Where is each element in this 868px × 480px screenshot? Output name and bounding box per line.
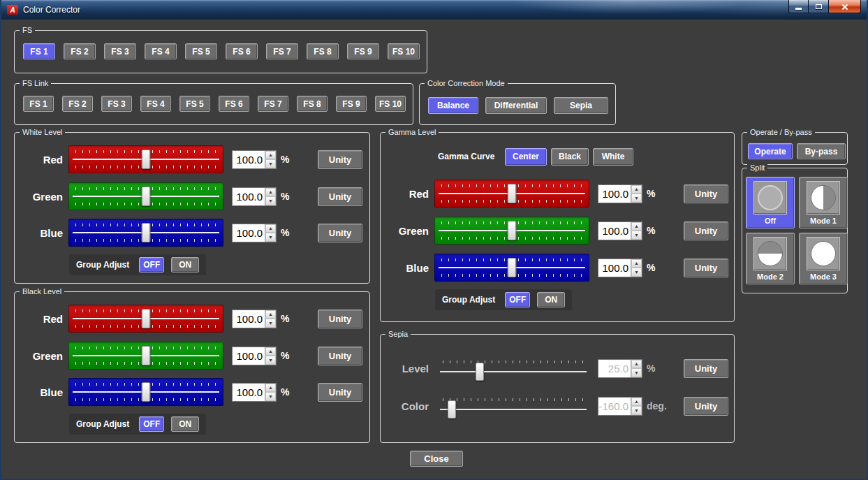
- slider-handle[interactable]: [142, 187, 151, 206]
- black-red-unity-button[interactable]: Unity: [318, 310, 362, 328]
- white-group-adjust-off-button[interactable]: OFF: [139, 257, 164, 272]
- gamma-green-spinner[interactable]: 100.0 ▲ ▼: [598, 221, 642, 240]
- close-window-button[interactable]: [829, 0, 861, 13]
- fs-link-4-button[interactable]: FS 4: [140, 96, 171, 112]
- gamma-curve-black-button[interactable]: Black: [551, 148, 589, 166]
- spin-down-button[interactable]: ▼: [265, 356, 276, 365]
- differential-mode-button[interactable]: Differential: [485, 97, 547, 114]
- spin-down-button[interactable]: ▼: [631, 268, 642, 277]
- spin-down-button[interactable]: ▼: [265, 319, 276, 328]
- spin-up-button[interactable]: ▲: [265, 347, 276, 356]
- spin-down-button[interactable]: ▼: [265, 233, 276, 242]
- black-blue-slider[interactable]: [68, 378, 223, 406]
- split-mode3-button[interactable]: Mode 3: [799, 233, 848, 284]
- slider-handle[interactable]: [508, 221, 517, 240]
- fs-7-button[interactable]: FS 7: [266, 43, 298, 59]
- sepia-color-slider[interactable]: [440, 393, 587, 419]
- gamma-green-slider[interactable]: [434, 217, 589, 245]
- fs-link-2-button[interactable]: FS 2: [62, 96, 93, 112]
- white-red-slider[interactable]: [68, 145, 223, 173]
- slider-handle[interactable]: [508, 258, 517, 277]
- black-green-unity-button[interactable]: Unity: [318, 347, 362, 365]
- black-red-spinner[interactable]: 100.0 ▲ ▼: [232, 310, 277, 328]
- sepia-mode-button[interactable]: Sepia: [554, 97, 608, 114]
- gamma-red-unity-button[interactable]: Unity: [684, 184, 728, 203]
- white-red-unity-button[interactable]: Unity: [318, 150, 362, 169]
- gamma-group-adjust-on-button[interactable]: ON: [537, 292, 565, 307]
- maximize-button[interactable]: [809, 0, 829, 13]
- white-blue-slider[interactable]: [68, 219, 223, 247]
- white-red-spinner[interactable]: 100.0 ▲ ▼: [232, 150, 277, 169]
- gamma-blue-unity-button[interactable]: Unity: [684, 259, 728, 277]
- slider-handle[interactable]: [142, 223, 151, 242]
- spin-down-button[interactable]: ▼: [265, 159, 276, 168]
- fs-6-button[interactable]: FS 6: [226, 43, 258, 59]
- slider-handle[interactable]: [476, 363, 484, 381]
- gamma-group-adjust-off-button[interactable]: OFF: [505, 292, 530, 307]
- fs-link-9-button[interactable]: FS 9: [336, 96, 367, 112]
- gamma-red-slider[interactable]: [434, 180, 589, 208]
- gamma-red-spinner[interactable]: 100.0 ▲ ▼: [598, 184, 642, 203]
- close-button[interactable]: Close: [410, 451, 463, 467]
- spin-up-button[interactable]: ▲: [631, 259, 642, 268]
- sepia-color-unity-button[interactable]: Unity: [684, 397, 728, 416]
- split-mode2-button[interactable]: Mode 2: [746, 233, 795, 284]
- split-mode1-button[interactable]: Mode 1: [799, 177, 848, 228]
- fs-link-3-button[interactable]: FS 3: [101, 96, 132, 112]
- spin-up-button[interactable]: ▲: [265, 188, 276, 197]
- white-green-slider[interactable]: [68, 182, 223, 210]
- white-blue-unity-button[interactable]: Unity: [318, 224, 362, 242]
- white-blue-spinner[interactable]: 100.0 ▲ ▼: [232, 224, 277, 242]
- fs-2-button[interactable]: FS 2: [64, 43, 96, 59]
- black-group-adjust-on-button[interactable]: ON: [171, 416, 199, 432]
- slider-handle[interactable]: [142, 150, 151, 169]
- white-green-unity-button[interactable]: Unity: [318, 187, 362, 206]
- fs-link-5-button[interactable]: FS 5: [179, 96, 210, 112]
- split-off-button[interactable]: Off: [746, 177, 795, 228]
- spin-up-button[interactable]: ▲: [265, 310, 276, 319]
- spin-down-button[interactable]: ▼: [631, 231, 642, 240]
- fs-3-button[interactable]: FS 3: [104, 43, 136, 59]
- slider-handle[interactable]: [142, 382, 151, 402]
- gamma-curve-white-button[interactable]: White: [593, 148, 633, 166]
- fs-4-button[interactable]: FS 4: [145, 43, 177, 59]
- black-blue-spinner[interactable]: 100.0 ▲ ▼: [232, 383, 277, 402]
- spin-up-button[interactable]: ▲: [631, 185, 642, 194]
- slider-handle[interactable]: [448, 400, 456, 419]
- sepia-level-slider[interactable]: [440, 356, 587, 381]
- black-green-slider[interactable]: [68, 342, 223, 370]
- balance-mode-button[interactable]: Balance: [428, 97, 478, 114]
- spin-down-button[interactable]: ▼: [265, 392, 276, 401]
- fs-9-button[interactable]: FS 9: [347, 43, 379, 59]
- slider-handle[interactable]: [142, 309, 151, 328]
- slider-handle[interactable]: [508, 184, 517, 203]
- fs-link-10-button[interactable]: FS 10: [375, 96, 406, 112]
- fs-5-button[interactable]: FS 5: [185, 43, 217, 59]
- spin-up-button[interactable]: ▲: [265, 384, 276, 393]
- black-group-adjust-off-button[interactable]: OFF: [139, 416, 164, 432]
- gamma-blue-slider[interactable]: [434, 254, 589, 282]
- spin-down-button[interactable]: ▼: [631, 194, 642, 203]
- fs-link-6-button[interactable]: FS 6: [219, 96, 249, 112]
- gamma-curve-center-button[interactable]: Center: [505, 148, 547, 166]
- fs-10-button[interactable]: FS 10: [388, 43, 420, 59]
- fs-link-1-button[interactable]: FS 1: [23, 96, 54, 112]
- slider-handle[interactable]: [142, 346, 151, 365]
- fs-1-button[interactable]: FS 1: [23, 43, 55, 59]
- bypass-button[interactable]: By-pass: [797, 143, 846, 159]
- white-green-spinner[interactable]: 100.0 ▲ ▼: [232, 187, 277, 206]
- white-group-adjust-on-button[interactable]: ON: [171, 257, 199, 272]
- fs-link-8-button[interactable]: FS 8: [297, 96, 328, 112]
- black-green-spinner[interactable]: 100.0 ▲ ▼: [232, 347, 277, 365]
- gamma-green-unity-button[interactable]: Unity: [684, 221, 728, 240]
- spin-up-button[interactable]: ▲: [265, 224, 276, 233]
- fs-link-7-button[interactable]: FS 7: [258, 96, 288, 112]
- minimize-button[interactable]: [788, 0, 809, 13]
- gamma-blue-spinner[interactable]: 100.0 ▲ ▼: [598, 259, 642, 277]
- fs-8-button[interactable]: FS 8: [307, 43, 339, 59]
- black-blue-unity-button[interactable]: Unity: [318, 383, 362, 402]
- black-red-slider[interactable]: [68, 305, 223, 333]
- spin-up-button[interactable]: ▲: [265, 151, 276, 160]
- spin-down-button[interactable]: ▼: [265, 196, 276, 205]
- spin-up-button[interactable]: ▲: [631, 222, 642, 231]
